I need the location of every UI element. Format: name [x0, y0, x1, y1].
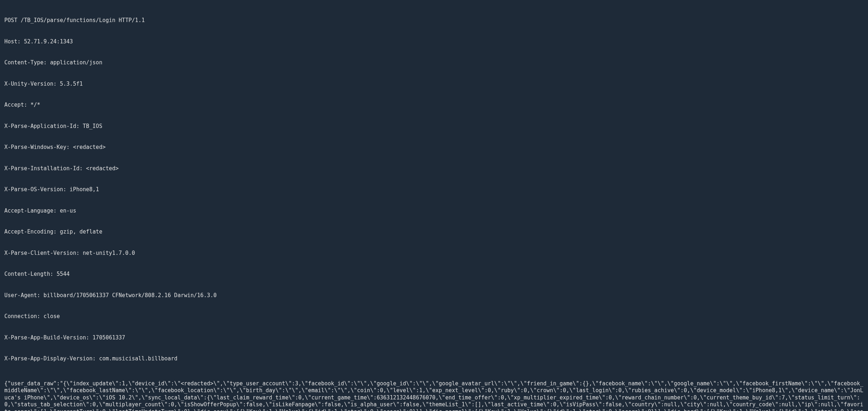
- header-accept-encoding: Accept-Encoding: gzip, deflate: [4, 228, 864, 236]
- header-x-parse-app-build-version: X-Parse-App-Build-Version: 1705061337: [4, 334, 864, 342]
- header-accept: Accept: */*: [4, 102, 864, 109]
- header-connection: Connection: close: [4, 313, 864, 320]
- header-x-parse-os-version: X-Parse-OS-Version: iPhone8,1: [4, 186, 864, 193]
- header-user-agent: User-Agent: billboard/1705061337 CFNetwo…: [4, 292, 864, 299]
- header-x-parse-app-display-version: X-Parse-App-Display-Version: com.musicis…: [4, 355, 864, 363]
- header-x-unity-version: X-Unity-Version: 5.3.5f1: [4, 81, 864, 88]
- http-headers-block[interactable]: POST /TB_IOS/parse/functions/Login HTTP/…: [4, 3, 864, 377]
- header-x-parse-windows-key: X-Parse-Windows-Key: <redacted>: [4, 144, 864, 151]
- header-host: Host: 52.71.9.24:1343: [4, 38, 864, 46]
- header-x-parse-app-id: X-Parse-Application-Id: TB_IOS: [4, 123, 864, 130]
- http-request-panel: POST /TB_IOS/parse/functions/Login HTTP/…: [0, 0, 868, 411]
- header-x-parse-client-version: X-Parse-Client-Version: net-unity1.7.0.0: [4, 250, 864, 257]
- header-content-length: Content-Length: 5544: [4, 271, 864, 278]
- header-x-parse-installation-id: X-Parse-Installation-Id: <redacted>: [4, 165, 864, 172]
- request-line: POST /TB_IOS/parse/functions/Login HTTP/…: [4, 17, 864, 24]
- header-accept-language: Accept-Language: en-us: [4, 207, 864, 215]
- header-content-type: Content-Type: application/json: [4, 59, 864, 67]
- http-body-json[interactable]: {"user_data_raw":"{\"index_update\":1,\"…: [4, 380, 864, 411]
